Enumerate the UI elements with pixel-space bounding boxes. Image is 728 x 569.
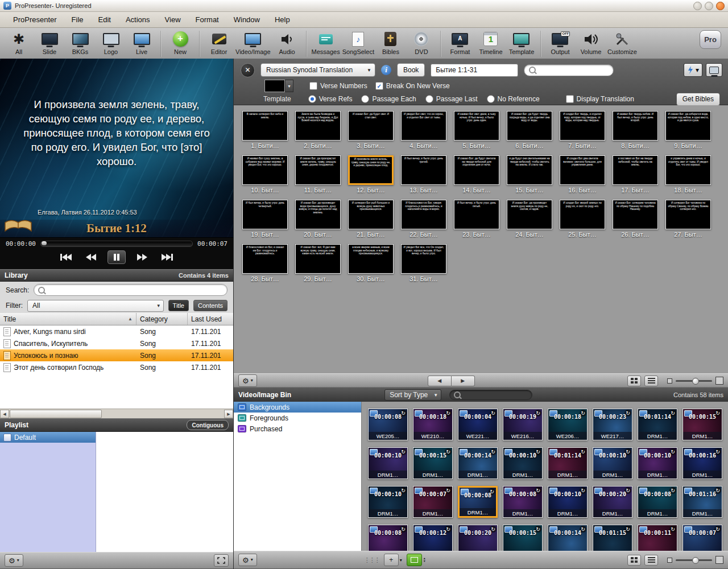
video-thumbnail[interactable]: ↻00:00:23WE217…	[593, 409, 632, 440]
bible-slide[interactable]: И сказал Бог: вот, Я дал вам всякую трав…	[294, 244, 342, 282]
filter-title-button[interactable]: Title	[168, 300, 189, 311]
grid-view-button[interactable]	[627, 376, 641, 386]
fast-forward-button[interactable]	[134, 251, 151, 263]
video-thumbnail[interactable]: ↻00:00:10DRM1…	[368, 486, 408, 518]
filter-dropdown[interactable]: All ▼	[27, 300, 164, 312]
toolbar-live-button[interactable]: Live	[126, 30, 157, 55]
bible-slide[interactable]: и управлять днем и ночью, и отделять све…	[664, 155, 712, 193]
info-icon[interactable]: i	[381, 65, 391, 75]
bible-slide[interactable]: И сказал Бог: да соберется вода, которая…	[664, 111, 712, 149]
skip-forward-button[interactable]	[159, 251, 176, 263]
bible-slide[interactable]: и поставил их Бог на тверди небесной, чт…	[611, 155, 659, 193]
bible-slide[interactable]: И увидел Бог свет, что он хорош, и отдел…	[400, 111, 448, 149]
video-thumbnail[interactable]: ↻00:00:16DRM1…	[682, 447, 722, 479]
rewind-button[interactable]	[82, 251, 100, 263]
sort-dropdown[interactable]: Sort by Type ▼	[384, 389, 441, 401]
video-thumbnail[interactable]: ↻00:00:07DRM1…	[413, 486, 453, 518]
toolbar-slide-button[interactable]: Slide	[34, 30, 65, 55]
bible-slide[interactable]: И был вечер, и было утро: день третий.13…	[400, 155, 448, 193]
bible-slide[interactable]: и да будут они светильниками на тверди н…	[506, 155, 553, 193]
video-thumbnail[interactable]: ↻00:00:08	[368, 525, 408, 552]
bible-slide[interactable]: И сотворил Бог рыб больших и всякую душу…	[347, 200, 395, 238]
template-picker[interactable]: ▼	[264, 80, 293, 92]
video-thumbnail[interactable]: ↻00:00:07	[682, 525, 722, 552]
bible-slide[interactable]: И назвал Бог свет днем, а тьму ночью. И …	[453, 111, 500, 149]
video-thumbnail[interactable]: ↻00:00:10DRM1…	[368, 447, 408, 479]
contiguous-button[interactable]: Contiguous	[187, 420, 229, 430]
skip-back-button[interactable]	[57, 251, 75, 263]
menu-window[interactable]: Window	[226, 12, 267, 27]
scrollbar-thumb[interactable]	[10, 410, 102, 418]
video-thumbnail[interactable]: ↻00:00:10DRM1…	[638, 447, 677, 479]
toolbar-format-button[interactable]: A Format	[445, 30, 475, 55]
toolbar-bkgs-button[interactable]: BKGs	[65, 30, 96, 55]
video-thumbnail[interactable]: ↻00:00:19WE216…	[503, 409, 543, 440]
bible-slide[interactable]: И сказал Бог: сотворим человека по образ…	[611, 200, 659, 238]
break-on-new-verse-checkbox[interactable]: ✓ Break On New Verse	[375, 82, 450, 90]
zoom-in-icon[interactable]	[715, 556, 723, 564]
bible-slide[interactable]: а всем зверям земным, и всем птицам небе…	[347, 244, 395, 282]
minimize-button[interactable]	[693, 2, 702, 10]
toolbar-timeline-button[interactable]: 1 Timeline	[475, 30, 506, 55]
table-row[interactable]: Успокоюсь и познаюSong17.11.201	[0, 349, 233, 361]
verse-numbers-checkbox[interactable]: Verse Numbers	[309, 82, 367, 90]
video-thumbnail[interactable]: ↻00:00:18WE206…	[548, 409, 588, 440]
video-thumbnail[interactable]: ↻00:00:04WE221…	[458, 409, 498, 440]
library-search-input[interactable]	[34, 284, 228, 296]
toolbar-new-button[interactable]: + New	[165, 30, 196, 55]
bible-slide[interactable]: И произвела земля зелень, траву, сеющую …	[347, 155, 395, 193]
scroll-right-icon[interactable]: ▶	[224, 410, 233, 418]
bin-actions-button[interactable]: ⚙ ▾	[238, 554, 257, 566]
video-thumbnail[interactable]: ↻00:00:14DRM1…	[458, 447, 498, 479]
menu-view[interactable]: View	[158, 12, 188, 27]
video-thumbnail[interactable]: ↻00:00:11	[638, 525, 677, 552]
close-bible-icon[interactable]: ✕	[241, 63, 255, 77]
video-thumbnail[interactable]: ↻00:00:12	[413, 525, 453, 552]
add-media-button[interactable]: +	[384, 554, 399, 566]
video-thumbnail[interactable]: ↻00:00:08DRM1…	[638, 486, 677, 518]
template-dropdown-icon[interactable]: ▼	[285, 80, 293, 92]
get-bibles-button[interactable]: Get Bibles	[676, 93, 720, 106]
playlist-actions-button[interactable]: ⚙ ▾	[5, 554, 23, 567]
bin-playlist-button[interactable]	[407, 554, 422, 566]
toolbar-video-image-button[interactable]: Video/Image	[234, 30, 272, 55]
bible-slide[interactable]: И назвал Бог твердь небом. И был вечер, …	[611, 111, 659, 149]
video-thumbnail[interactable]: ↻00:00:15	[503, 525, 543, 552]
toolbar-editor-button[interactable]: Editor	[204, 30, 234, 55]
video-thumbnail[interactable]: ↻00:00:10DRM1…	[593, 447, 632, 479]
video-thumbnail[interactable]: ↻00:00:15DRM1…	[413, 447, 453, 479]
zoom-out-icon[interactable]	[667, 378, 672, 384]
column-last-used[interactable]: Last Used	[188, 313, 233, 325]
menu-help[interactable]: Help	[267, 12, 297, 27]
bible-slide[interactable]: И сотворил Бог человека по образу Своему…	[664, 200, 712, 238]
toolbar-template-button[interactable]: Template	[506, 30, 537, 55]
close-button[interactable]	[716, 2, 725, 10]
bin-search-input[interactable]	[449, 390, 532, 400]
table-row[interactable]: Этот день сотворил ГосподьSong17.11.201	[0, 361, 233, 373]
list-view-button[interactable]	[644, 555, 658, 566]
library-horizontal-scrollbar[interactable]: ◀ ▶	[0, 409, 233, 419]
book-button[interactable]: Book	[397, 63, 425, 77]
passage-input[interactable]: Бытие 1:1-31	[431, 64, 518, 77]
seek-bar[interactable]	[40, 241, 193, 247]
toolbar-logo-button[interactable]: Logo	[96, 30, 126, 55]
bible-slide[interactable]: И сказал Бог: да произведет земля душу ж…	[506, 200, 553, 238]
expand-panel-button[interactable]	[214, 554, 229, 567]
menu-actions[interactable]: Actions	[118, 12, 158, 27]
pause-button[interactable]	[107, 250, 126, 264]
menu-format[interactable]: Format	[188, 12, 226, 27]
list-view-button[interactable]	[644, 376, 658, 386]
quick-action-button[interactable]: ▾	[684, 63, 702, 77]
column-title[interactable]: Title ▲	[0, 313, 136, 325]
bible-slide[interactable]: И благословил их Бог, говоря: плодитесь …	[400, 200, 448, 238]
video-thumbnail[interactable]: ↻00:00:08WE205…	[368, 409, 408, 440]
radio-no-reference[interactable]: No Reference	[487, 95, 540, 103]
column-category[interactable]: Category	[136, 313, 188, 325]
bible-slide[interactable]: И создал Бог два светила великие: светил…	[559, 155, 606, 193]
bible-slide[interactable]: И увидел Бог все, что Он создал, и вот, …	[400, 244, 448, 282]
video-thumbnail[interactable]: ↻00:00:14	[548, 525, 588, 552]
bible-slide[interactable]: И сказал Бог: да будут светила на тверди…	[453, 155, 500, 193]
template-thumbnail[interactable]	[264, 80, 285, 92]
translation-dropdown[interactable]: Russian Synodal Translation ▼	[260, 63, 375, 77]
toolbar-customize-button[interactable]: Customize	[606, 30, 638, 55]
